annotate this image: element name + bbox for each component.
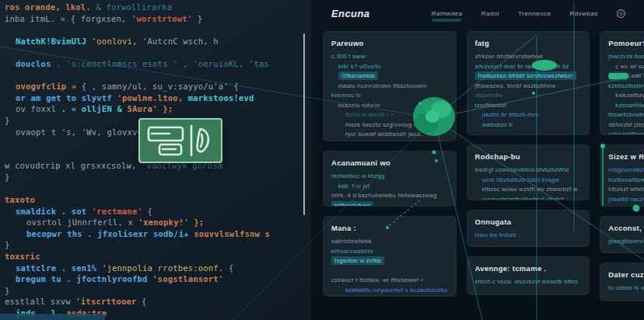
card-title: Pomoeur?	[608, 39, 644, 47]
card-line: kzbzwrfrfw bzk	[615, 101, 644, 111]
code-line: smaldick . sot 'rectmane' {	[0, 206, 311, 217]
code-token: 'rectmane'	[92, 207, 148, 216]
nav-item-4[interactable]: Rdvwbas	[570, 10, 598, 17]
card-line: jskzbc br bbszb-rbrs .	[482, 110, 582, 120]
code-token: }	[192, 14, 202, 23]
logo[interactable]: Encuna	[331, 8, 369, 19]
code-token: 'jennpolia rrotbes:oonf.	[102, 263, 229, 273]
code-line: inba itmL. « { forgxsen, 'worstrtowt' }	[0, 13, 311, 25]
card: Rodchap-bukisdrgt uzwvssrvbbrd-bfvbzbzWt…	[467, 144, 590, 200]
card: Onnugatatvwu bw bvbzb :	[467, 210, 590, 247]
card-line: ksazz/u rufvrot	[338, 101, 448, 111]
code-line	[0, 183, 311, 195]
card-line: kwkzwfbzvsufbwcbzwsbfvbUk. wbczd	[615, 91, 644, 101]
code-line	[0, 70, 311, 82]
database-badge	[138, 118, 222, 163]
card-line: uzbswrbfbwwbswk	[608, 130, 644, 135]
nav-item-1[interactable]: Rathwdea	[432, 10, 463, 17]
cards-grid: Pareuwoc.300 f aww/krkr k? uGvz/luOfbsna…	[311, 26, 644, 301]
code-token: 'itscrttooer	[75, 297, 142, 306]
editor-scrollbar[interactable]	[303, 33, 305, 215]
code-line: ov foxxl . « olljEN & SAura' };	[0, 103, 311, 115]
code-line: douclos . 's:ceoctlnmscs esots ' , 'oeru…	[0, 58, 311, 70]
card-line: jfbswazws. bvrbf wszbzbfvrw :	[475, 82, 582, 92]
code-token: 'AutcnC wsch, h	[142, 37, 219, 46]
code-token: ovaopt t 's, 'Wv,	[16, 127, 107, 137]
code-line: }	[0, 285, 311, 297]
card-line: tvwu bw bvbzb :	[475, 231, 582, 241]
card-line: rvbgcvzvvbzbcf	[608, 165, 644, 176]
selection-bar	[0, 314, 105, 320]
selected-item: tsgsvbsr w zvfbb	[331, 256, 448, 266]
code-line: bregum tu . jfoctnlyroofbd 'sogstlansort…	[0, 273, 311, 285]
card-line: uzvc bbzbdfszb fubrt kvsgw	[482, 176, 582, 186]
code-token: }	[5, 240, 10, 249]
code-token: 'powlne.ltoo,	[117, 93, 187, 103]
selected-item-chip[interactable]: krfbrzclvfvag	[331, 201, 373, 207]
nav-item-3[interactable]: Trenneoce	[518, 10, 551, 17]
card-title: Pareuwo	[331, 39, 448, 47]
code-token: inba itmL.	[5, 14, 61, 23]
selected-item: Ofbsnambsl	[338, 71, 448, 82]
card-line: kfbzsc wowv wzsfh wv zbwsrbzf w .	[482, 185, 582, 195]
code-line: toxsric	[0, 251, 311, 263]
globe-icon[interactable]: ◎	[617, 9, 625, 18]
card-title: Avennge: tcmame .	[475, 264, 582, 273]
code-token: becopwr ths . jfxolisexr sodb/i+	[26, 229, 194, 238]
card-line: cav bczffvwsbzkr	[608, 71, 644, 82]
code-token: toxsric	[5, 252, 40, 261]
code-token: 'sogstlansort'	[152, 274, 223, 283]
card-title: Mana :	[331, 224, 448, 232]
card-title: Acanamuani wo	[331, 158, 448, 167]
card-line: krkr k? uGvz/lu	[338, 62, 448, 72]
card-title: Rodchap-bu	[475, 152, 582, 161]
code-token: 'oonlovi,	[92, 37, 142, 46]
code-token: { , samny/ul, su_v:sayyo/u'a'	[82, 82, 234, 91]
nav-item-2[interactable]: Radoi	[481, 10, 499, 17]
selected-item-chip[interactable]: Ofbsnambsl	[338, 71, 378, 80]
code-line: }	[0, 239, 311, 251]
card-line: bobfwbfu.ruryovzrbrf x bczwzbzozbu	[345, 286, 448, 296]
code-token: & forwollirarka	[96, 2, 172, 12]
selected-item-chip[interactable]: tsgsvbsr w zvfbb	[331, 256, 384, 265]
code-token: {	[142, 297, 147, 306]
card-line: c wc wf wzwzuw. fvwbfvsbfbzw .	[615, 62, 644, 72]
code-token: markstoos!evd	[188, 93, 254, 103]
card-column-2: fatgvfrkzwr bhzfwrvrsbwfvwlwfvzvzvcf dvs…	[467, 31, 590, 301]
code-token: w covudcrip xl grsxxcsolw,	[5, 161, 142, 170]
code-line	[0, 24, 311, 36]
card-title: Sizez w Rosaautgu	[608, 152, 644, 161]
card-line: dbfvczbf jzbc-v rzbk. zw bwrwbi lbwlz b	[608, 120, 644, 130]
card-line: mfrk. 4 d bazhubwlwbu hbfwwaszwag	[331, 191, 448, 201]
card-line: maalu huzvrstrown tfbszbuowm	[338, 82, 448, 92]
code-line: esstlall sxvw 'itscrttooer {	[0, 296, 311, 308]
top-nav: RathwdeaRadoiTrenneoceRdvwbas	[432, 10, 598, 17]
code-token: bregum tu . jfoctnlyroofbd	[16, 274, 152, 283]
dashboard-header: Encuna RathwdeaRadoiTrenneoceRdvwbas ◎	[311, 0, 644, 26]
card-line: wfvzvzvcf dvsr br rwbsrfwbzkfr bz	[475, 62, 582, 72]
card-line: uvsgvvbsbsfbc%wbsz} vbzb/f :	[482, 195, 582, 201]
card: Acconst, vasing smea :jswsgfbsmrvrvf	[600, 216, 644, 253]
card-line: wwbsbzv b	[482, 120, 582, 130]
card-line: c.300 f aww/	[331, 52, 448, 62]
code-token: ov foxxl	[16, 104, 61, 113]
server-stack-icon	[149, 127, 183, 155]
code-token: ovsrtol jUnnrferll, x	[26, 217, 138, 227]
code-token: souvvlswlfsnw s	[194, 229, 270, 238]
card: Sizez w Rosaautgurvbgcvzvvbzbcftczfbsswf…	[600, 144, 644, 207]
card: Mana :sabrtzbrwfwbkkrfrvarzwablrrstsgsvb…	[323, 216, 457, 297]
leaf-icon	[191, 126, 208, 155]
code-token: SAura' };	[127, 104, 173, 113]
code-line: sattclre . sen1% 'jennpolia rrotbes:oonf…	[0, 263, 311, 274]
selected-item-chip[interactable]: frwbuzbsn bfrbbf szrvbrzwszfwbzr	[475, 71, 576, 80]
code-token: NatchK!BvimUlJ	[16, 37, 92, 46]
card: Dater cuzna .tu uzbsb fv vfv vbzf	[600, 263, 644, 301]
card-column-3: Pomoeur?jbwrzvzk buctc] ufvbj wb zbsfv-z…	[600, 31, 644, 301]
code-line: }	[0, 172, 311, 183]
card-line: maze becztu szgrovoug ufwbr	[345, 120, 448, 130]
code-token: {	[233, 82, 239, 91]
card-line: fszho w weulb i <	[345, 110, 448, 120]
code-token: 'xenopky!' };	[138, 217, 204, 227]
code-line: becopwr ths . jfxolisexr sodb/i+ souvvls…	[0, 228, 311, 240]
selected-item: krfbrzclvfvag	[331, 201, 448, 207]
